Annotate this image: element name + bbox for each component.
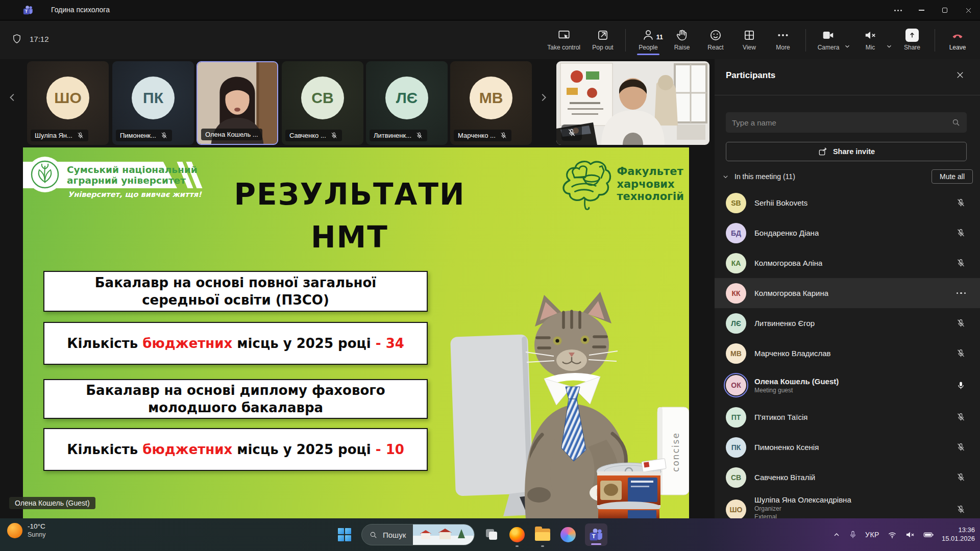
teams-taskbar-button[interactable]: T [585, 523, 607, 546]
mic-off-icon[interactable] [956, 258, 966, 268]
video-tile[interactable]: ЛЄ Литвиненк... [366, 61, 448, 145]
participant-row[interactable]: SB Serhii Bokovets [715, 188, 980, 218]
mic-on-icon[interactable] [956, 381, 966, 390]
mic-off-icon [330, 132, 338, 139]
mic-dropdown-chevron-icon[interactable] [886, 43, 893, 50]
mic-off-icon [415, 132, 423, 139]
slide-textbox-budget-34: Кількість бюджетних місць у 2025 році - … [43, 322, 428, 365]
start-button[interactable] [336, 526, 353, 543]
avatar: КК [726, 283, 746, 304]
video-tile[interactable]: ШО Шуліпа Ян... [27, 61, 109, 145]
participant-row-speaking[interactable]: ОК Олена Кошель (Guest) Meeting guest [715, 368, 980, 402]
participant-filmstrip: ШО Шуліпа Ян... ПК Пимоненк... Олена Кош… [0, 59, 715, 147]
hang-up-phone-icon [950, 29, 965, 42]
take-control-button[interactable]: Take control [544, 26, 583, 55]
avatar: ШО [46, 77, 89, 119]
cat-at-laptop-image: concise [449, 281, 689, 518]
minimize-button[interactable] [910, 0, 933, 20]
presentation-slide: Сумський національний аграрний університ… [23, 147, 689, 518]
camera-button[interactable]: Camera [814, 26, 843, 55]
filmstrip-prev-chevron-icon[interactable] [7, 92, 18, 103]
participant-row[interactable]: ЛЄ Литвиненко Єгор [715, 308, 980, 338]
mic-off-icon[interactable] [956, 318, 966, 328]
taskbar-search[interactable]: Пошук [361, 524, 475, 545]
avatar: СВ [726, 467, 746, 488]
share-button[interactable]: Share [898, 26, 926, 55]
people-icon [642, 29, 655, 42]
title-bar: T Година психолога [0, 0, 980, 20]
file-explorer-button[interactable] [534, 526, 551, 543]
taskbar-clock[interactable]: 13:36 15.01.2026 [942, 526, 975, 543]
language-indicator[interactable]: УКР [865, 531, 879, 539]
section-label[interactable]: In this meeting (11) [734, 172, 795, 181]
camera-dropdown-chevron-icon[interactable] [844, 43, 851, 50]
more-options-icon[interactable] [957, 292, 966, 294]
video-tile-active-speaker[interactable]: Олена Кошель ... [197, 61, 278, 145]
video-tile[interactable]: СВ Савченко ... [282, 61, 363, 145]
search-highlight-image [413, 524, 474, 545]
mic-off-icon[interactable] [956, 348, 966, 358]
mic-off-icon[interactable] [956, 412, 966, 422]
svg-text:T: T [25, 9, 28, 14]
mic-off-icon [77, 132, 84, 139]
participant-row[interactable]: СВ Савченко Віталій [715, 462, 980, 492]
participant-row-hovered[interactable]: КК Колмогорова Карина [715, 278, 980, 308]
slide-title: РЕЗУЛЬТАТИ НМТ [120, 177, 579, 255]
share-invite-icon [818, 146, 828, 157]
pop-out-button[interactable]: Pop out [589, 26, 617, 55]
volume-muted-icon[interactable] [905, 530, 915, 540]
copilot-button[interactable] [559, 526, 577, 543]
participant-name: Шуліпа Яна Олександрівна [754, 495, 851, 504]
weather-widget[interactable]: -10°C Sunny [7, 522, 45, 538]
participant-name: Пимоненко Ксенія [754, 443, 819, 452]
avatar: ШО [726, 499, 746, 518]
battery-icon[interactable] [923, 529, 934, 540]
slide-textbox-junior-bachelor: Бакалавр на основі диплому фахового моло… [43, 379, 428, 419]
layout-grid-icon [743, 29, 756, 42]
panel-close-icon[interactable] [955, 70, 965, 80]
participant-row[interactable]: МВ Марченко Владислав [715, 338, 980, 368]
participant-row[interactable]: КА Колмогорова Аліна [715, 248, 980, 278]
participant-row[interactable]: БД Бондаренко Діана [715, 218, 980, 248]
raise-hand-button[interactable]: Raise [668, 26, 696, 55]
participant-name: Олена Кошель (Guest) [754, 377, 839, 386]
search-input[interactable] [732, 118, 951, 127]
task-view-button[interactable] [483, 526, 500, 543]
more-button[interactable]: More [769, 26, 797, 55]
filmstrip-next-chevron-icon[interactable] [538, 92, 549, 103]
mic-off-icon[interactable] [956, 472, 966, 482]
mic-off-icon[interactable] [956, 198, 966, 208]
mic-button[interactable]: Mic [856, 26, 885, 55]
section-chevron-icon[interactable] [722, 173, 729, 181]
firefox-button[interactable] [508, 526, 526, 543]
restore-button[interactable] [933, 0, 957, 20]
wifi-icon[interactable] [887, 530, 897, 540]
tray-mic-icon[interactable] [848, 530, 857, 539]
titlebar-more-button[interactable] [886, 0, 910, 20]
avatar: СВ [301, 77, 344, 119]
react-button[interactable]: React [701, 26, 730, 55]
participant-row[interactable]: ПК Пимоненко Ксенія [715, 432, 980, 462]
close-button[interactable] [957, 0, 980, 20]
tray-chevron-up-icon[interactable] [832, 531, 841, 539]
self-video-tile[interactable] [556, 61, 709, 145]
participant-search[interactable] [726, 112, 967, 133]
video-tile[interactable]: МВ Марченко ... [450, 61, 532, 145]
people-count-badge: 11 [656, 34, 663, 41]
share-invite-button[interactable]: Share invite [726, 142, 967, 161]
video-tile[interactable]: ПК Пимоненк... [112, 61, 194, 145]
mic-off-icon [567, 128, 576, 137]
participant-name: Колмогорова Карина [754, 289, 828, 297]
participant-name: Марченко Владислав [754, 349, 831, 358]
view-button[interactable]: View [735, 26, 764, 55]
participant-row[interactable]: ПТ П'ятикоп Таїсія [715, 402, 980, 432]
mic-off-icon[interactable] [956, 505, 966, 514]
people-button[interactable]: 11 People [634, 26, 663, 55]
mute-all-button[interactable]: Mute all [932, 169, 973, 184]
mic-off-icon[interactable] [956, 442, 966, 452]
firefox-icon [509, 527, 525, 542]
participant-row-organizer[interactable]: ШО Шуліпа Яна Олександрівна Organizer Ex… [715, 492, 980, 518]
mic-off-icon[interactable] [956, 228, 966, 238]
self-muted-indicator [561, 124, 582, 141]
leave-button[interactable]: Leave [943, 26, 972, 55]
